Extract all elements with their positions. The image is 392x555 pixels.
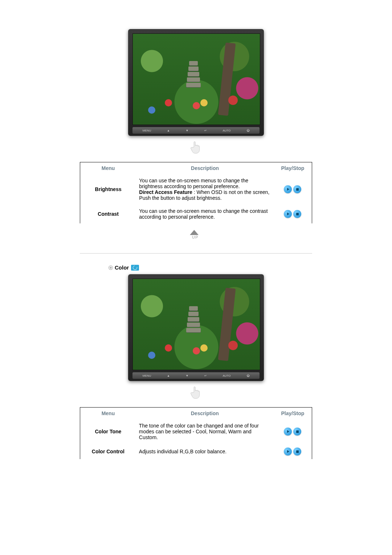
bar-enter: ↵	[203, 374, 208, 377]
bar-enter: ↵	[203, 129, 208, 132]
col-desc: Description	[136, 408, 274, 420]
bar-menu: MENU	[141, 374, 153, 377]
play-button[interactable]	[284, 428, 292, 436]
menu-brightness: Brightness	[80, 174, 136, 204]
monitor-screen	[132, 33, 260, 125]
bar-auto: AUTO	[221, 374, 232, 377]
up-link[interactable]: UP	[187, 230, 205, 242]
bar-down: ▼	[184, 129, 190, 132]
hand-cursor-icon	[189, 385, 203, 400]
play-button[interactable]	[284, 447, 292, 455]
desc-contrast: You can use the on-screen menus to chang…	[136, 204, 273, 223]
bar-power: ⏻	[245, 374, 251, 377]
table-row: Color Tone The tone of the color can be …	[80, 419, 312, 444]
play-button[interactable]	[284, 185, 292, 193]
monitor-button-bar: MENU ▲ ▼ ↵ AUTO ⏻	[132, 372, 260, 379]
color-icon	[131, 265, 139, 271]
menu-contrast: Contrast	[80, 204, 136, 223]
picture-table: Menu Description Play/Stop Brightness Yo…	[80, 162, 312, 223]
up-label: UP	[192, 235, 198, 239]
play-button[interactable]	[284, 210, 292, 218]
col-play: Play/Stop	[274, 408, 312, 420]
col-play: Play/Stop	[274, 162, 312, 174]
col-menu: Menu	[80, 162, 136, 174]
desc-color-control: Adjusts individual R,G,B color balance.	[136, 444, 274, 459]
stop-button[interactable]	[293, 210, 301, 218]
menu-color-control: Color Control	[80, 444, 136, 459]
monitor-screen	[132, 279, 260, 370]
col-desc: Description	[136, 162, 273, 174]
stop-button[interactable]	[293, 185, 301, 193]
table-row: Brightness You can use the on-screen men…	[80, 174, 312, 204]
bar-up: ▲	[166, 374, 171, 377]
section-color-head: Color	[80, 264, 312, 271]
table-row: Color Control Adjusts individual R,G,B c…	[80, 444, 312, 459]
bar-power: ⏻	[245, 129, 251, 132]
menu-color-tone: Color Tone	[80, 419, 136, 444]
color-table: Menu Description Play/Stop Color Tone Th…	[80, 407, 312, 459]
divider	[80, 253, 312, 254]
bar-menu: MENU	[141, 129, 153, 132]
desc-brightness: You can use the on-screen menus to chang…	[136, 174, 273, 204]
up-arrow-icon	[190, 230, 199, 235]
bar-down: ▼	[184, 374, 190, 377]
desc-color-tone: The tone of the color can be changed and…	[136, 419, 274, 444]
monitor-button-bar: MENU ▲ ▼ ↵ AUTO ⏻	[132, 127, 260, 134]
hand-cursor-icon	[189, 139, 203, 155]
table-row: Contrast You can use the on-screen menus…	[80, 204, 312, 223]
section-title: Color	[115, 264, 129, 271]
col-menu: Menu	[80, 408, 136, 420]
monitor-illustration-2: MENU ▲ ▼ ↵ AUTO ⏻	[0, 274, 392, 381]
bar-up: ▲	[166, 129, 171, 132]
bar-auto: AUTO	[221, 129, 232, 132]
stop-button[interactable]	[293, 428, 301, 436]
stop-button[interactable]	[293, 447, 301, 455]
monitor-illustration: MENU ▲ ▼ ↵ AUTO ⏻	[0, 29, 392, 136]
bullet-icon	[109, 266, 113, 270]
